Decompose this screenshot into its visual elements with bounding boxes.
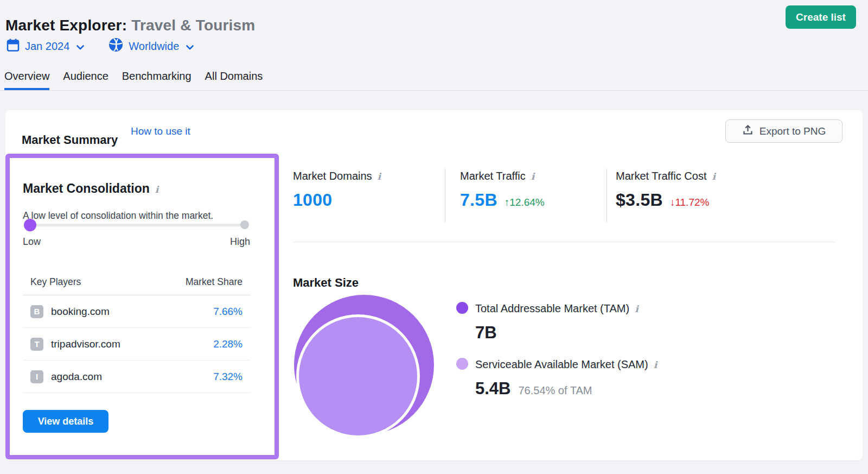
tam-label-text: Total Addressable Market (TAM) (475, 302, 629, 314)
tab-all-domains[interactable]: All Domains (205, 70, 263, 90)
export-label: Export to PNG (760, 125, 826, 137)
meter-labels: Low High (23, 236, 250, 248)
stat-market-domains: Market Domainsi 1000 (293, 170, 381, 210)
calendar-icon (7, 38, 20, 55)
stat-label: Market Traffici (460, 170, 545, 182)
stat-market-traffic: Market Traffici 7.5B ↑12.64% (460, 170, 545, 210)
sam-legend-dot (456, 358, 468, 370)
market-share-value: 7.66% (213, 306, 242, 318)
stat-label: Market Traffic Costi (616, 170, 716, 182)
domain-name: tripadvisor.com (51, 338, 120, 350)
info-icon[interactable]: i (712, 172, 715, 181)
key-players-column-header: Key Players (30, 276, 81, 288)
tab-overview[interactable]: Overview (4, 70, 49, 90)
stats-divider (293, 242, 835, 242)
market-size-bubble-chart (293, 295, 435, 437)
market-share-column-header: Market Share (186, 276, 242, 288)
globe-icon (108, 37, 123, 55)
market-traffic-cost-change: ↓11.72% (670, 197, 710, 208)
stat-divider (445, 169, 445, 223)
table-row-booking[interactable]: B booking.com 7.66% (23, 295, 251, 328)
page-title: Market Explorer: Travel & Tourism (5, 17, 255, 34)
info-icon[interactable]: i (654, 361, 657, 370)
tab-benchmarking[interactable]: Benchmarking (122, 70, 192, 90)
sam-percent-of-tam: 76.54% of TAM (518, 384, 592, 397)
consolidation-description: A low level of consolidation within the … (23, 210, 213, 222)
key-players-table: Key Players Market Share B booking.com 7… (23, 269, 251, 393)
stat-label-text: Market Domains (293, 170, 372, 182)
meter-handle (24, 219, 36, 231)
market-summary-title: Market Summary (22, 133, 118, 147)
sam-legend-label: Serviceable Available Market (SAM)i (475, 358, 657, 371)
export-icon (742, 124, 754, 138)
key-players-header-row: Key Players Market Share (23, 269, 251, 295)
filters-bar: Jan 2024 Worldwide (7, 37, 194, 55)
export-to-png-button[interactable]: Export to PNG (725, 119, 843, 143)
info-icon[interactable]: i (378, 172, 381, 181)
market-share-value: 2.28% (213, 338, 242, 350)
market-explorer-page: Market Explorer: Travel & Tourism Create… (0, 0, 868, 474)
date-selector[interactable]: Jan 2024 (7, 38, 85, 55)
sam-value: 5.4B 76.54% of TAM (475, 379, 592, 399)
tam-legend-label: Total Addressable Market (TAM)i (475, 302, 639, 315)
market-consolidation-title: Market Consolidationi (23, 181, 158, 196)
stat-label: Market Domainsi (293, 170, 381, 182)
info-icon[interactable]: i (635, 305, 638, 314)
tabbar-divider (0, 90, 868, 91)
domain-name: agoda.com (51, 371, 102, 383)
favicon-agoda: I (30, 370, 43, 383)
stat-market-traffic-cost: Market Traffic Costi $3.5B ↓11.72% (616, 170, 716, 210)
favicon-tripadvisor: T (30, 338, 43, 351)
sam-value-text: 5.4B (475, 379, 510, 399)
stat-label-text: Market Traffic Cost (616, 170, 706, 182)
page-title-prefix: Market Explorer: (5, 17, 127, 34)
meter-track (30, 224, 245, 226)
chevron-down-icon (186, 41, 194, 53)
market-consolidation-panel: Market Consolidationi A low level of con… (5, 154, 279, 459)
market-summary-card: Market Summary How to use it Export to P… (5, 110, 863, 460)
page-title-market: Travel & Tourism (131, 17, 255, 34)
market-traffic-value: 7.5B (460, 190, 497, 210)
table-row-tripadvisor[interactable]: T tripadvisor.com 2.28% (23, 328, 251, 361)
market-traffic-change: ↑12.64% (505, 197, 545, 208)
meter-high-label: High (230, 236, 250, 248)
chevron-down-icon (76, 41, 85, 53)
region-selector[interactable]: Worldwide (108, 37, 194, 55)
favicon-booking: B (30, 305, 43, 318)
stat-label-text: Market Traffic (460, 170, 526, 182)
market-domains-value: 1000 (293, 190, 332, 210)
meter-low-label: Low (23, 236, 41, 248)
sam-label-text: Serviceable Available Market (SAM) (475, 358, 648, 370)
tam-value-text: 7B (475, 323, 497, 343)
table-row-agoda[interactable]: I agoda.com 7.32% (23, 361, 251, 393)
date-label: Jan 2024 (25, 40, 69, 53)
region-label: Worldwide (129, 40, 179, 53)
stat-divider (607, 169, 607, 223)
tam-value: 7B (475, 323, 497, 343)
market-traffic-cost-value: $3.5B (616, 190, 663, 210)
tab-audience[interactable]: Audience (63, 70, 108, 90)
market-share-value: 7.32% (213, 371, 242, 383)
meter-end-dot (240, 220, 249, 229)
view-details-button[interactable]: View details (23, 410, 108, 433)
info-icon[interactable]: i (155, 185, 158, 194)
how-to-use-link[interactable]: How to use it (131, 125, 190, 137)
info-icon[interactable]: i (531, 172, 534, 181)
domain-name: booking.com (51, 306, 110, 318)
tab-bar: Overview Audience Benchmarking All Domai… (4, 70, 263, 90)
market-consolidation-title-text: Market Consolidation (23, 181, 150, 195)
sam-bubble (296, 314, 420, 438)
tam-legend-dot (456, 302, 468, 314)
create-list-button[interactable]: Create list (786, 5, 856, 29)
market-size-title: Market Size (293, 276, 359, 290)
